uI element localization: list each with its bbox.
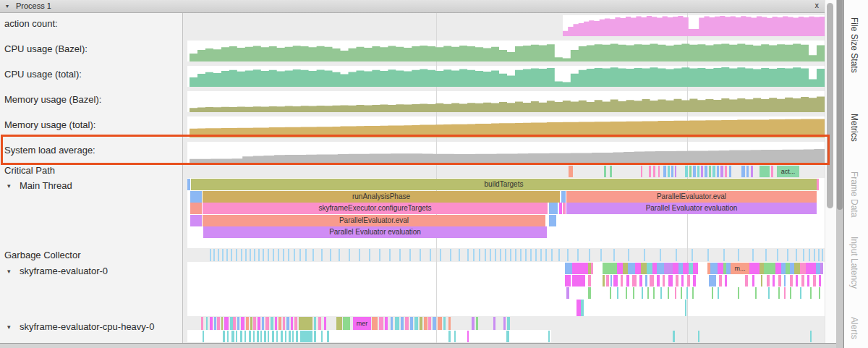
skyframe-evaluator-cpu-heavy-0-slice[interactable]: [321, 331, 323, 342]
skyframe-evaluator-cpu-heavy-0-slice[interactable]: [405, 317, 409, 330]
gc-tick[interactable]: [213, 249, 215, 261]
skyframe-evaluator-0-slice[interactable]: [581, 300, 584, 316]
skyframe-evaluator-0-slice[interactable]: [745, 275, 748, 287]
gc-tick[interactable]: [479, 249, 480, 261]
gc-tick[interactable]: [644, 249, 645, 261]
main-thread-slice[interactable]: [190, 191, 202, 203]
gc-tick[interactable]: [558, 249, 560, 261]
skyframe-evaluator-cpu-heavy-0-slice[interactable]: [217, 317, 220, 330]
skyframe-evaluator-cpu-heavy-0-slice[interactable]: [420, 317, 422, 330]
skyframe-evaluator-0-slice[interactable]: [725, 275, 727, 287]
critical-path-slice[interactable]: [671, 166, 673, 177]
skyframe-evaluator-0-slice[interactable]: [650, 275, 654, 287]
gc-tick[interactable]: [467, 249, 469, 261]
gc-tick[interactable]: [288, 249, 289, 261]
critical-path-slice[interactable]: [741, 166, 745, 177]
skyframe-evaluator-0-slice[interactable]: [657, 263, 664, 274]
skyframe-evaluator-0-slice[interactable]: [778, 275, 781, 287]
critical-path-slice[interactable]: [751, 166, 753, 177]
gc-tick[interactable]: [530, 249, 532, 261]
skyframe-evaluator-cpu-heavy-0-slice[interactable]: [210, 317, 213, 330]
critical-path-slice[interactable]: [725, 166, 727, 177]
gc-tick[interactable]: [613, 249, 615, 261]
skyframe-evaluator-cpu-heavy-0-slice[interactable]: [506, 331, 509, 342]
skyframe-evaluator-cpu-heavy-0-slice[interactable]: [275, 317, 277, 330]
skyframe-evaluator-cpu-heavy-0-slice[interactable]: [428, 317, 431, 330]
gc-tick[interactable]: [535, 249, 537, 261]
skyframe-evaluator-cpu-heavy-0-slice[interactable]: [314, 317, 316, 330]
skyframe-evaluator-cpu-heavy-0-slice[interactable]: [246, 317, 249, 330]
gc-tick[interactable]: [692, 249, 693, 261]
outer-vertical-scrollbar-thumb[interactable]: [837, 0, 843, 210]
inner-vertical-scrollbar-thumb[interactable]: [827, 3, 833, 208]
skyframe-evaluator-0-slice[interactable]: [610, 287, 611, 299]
gc-tick[interactable]: [420, 249, 421, 261]
gc-tick[interactable]: [263, 249, 264, 261]
collapse-triangle-icon[interactable]: ▾: [6, 3, 9, 9]
gc-tick[interactable]: [258, 249, 260, 261]
critical-path-slice[interactable]: [705, 166, 707, 177]
skyframe-evaluator-cpu-heavy-0-slice[interactable]: [221, 317, 223, 330]
skyframe-evaluator-0-slice[interactable]: [613, 275, 618, 287]
skyframe-evaluator-cpu-heavy-0-slice[interactable]: [507, 317, 510, 330]
gc-tick[interactable]: [777, 249, 778, 261]
skyframe-evaluator-0-slice[interactable]: [709, 275, 716, 287]
gc-tick[interactable]: [589, 249, 590, 261]
gc-tick[interactable]: [359, 249, 360, 261]
skyframe-evaluator-cpu-heavy-0-slice[interactable]: [206, 317, 208, 330]
gc-tick[interactable]: [752, 249, 754, 261]
skyframe-evaluator-0-slice[interactable]: [617, 287, 618, 299]
gc-tick[interactable]: [218, 249, 219, 261]
gc-tick[interactable]: [818, 249, 820, 261]
skyframe-evaluator-cpu-heavy-0-slice[interactable]: [257, 331, 259, 342]
skyframe-evaluator-cpu-heavy-0-slice[interactable]: [224, 317, 229, 330]
slice-mer[interactable]: mer: [353, 317, 371, 330]
critical-path-slice[interactable]: [771, 166, 773, 177]
gc-tick[interactable]: [809, 249, 810, 261]
skyframe-evaluator-cpu-heavy-0-slice[interactable]: [493, 317, 495, 330]
critical-path-slice[interactable]: [712, 166, 715, 177]
skyframe-evaluator-0-slice[interactable]: [755, 287, 757, 299]
main-thread-slice[interactable]: [549, 203, 558, 214]
main-thread-slice[interactable]: [187, 179, 190, 190]
skyframe-evaluator-cpu-heavy-0-slice[interactable]: [214, 317, 216, 330]
skyframe-evaluator-0-slice[interactable]: [623, 263, 628, 274]
slice-buildtargets[interactable]: buildTargets: [191, 179, 817, 190]
skyframe-evaluator-0-slice[interactable]: [686, 287, 688, 299]
skyframe-evaluator-cpu-heavy-0-slice[interactable]: [281, 331, 283, 342]
critical-path-slice[interactable]: [709, 166, 711, 177]
skyframe-evaluator-cpu-heavy-0-slice[interactable]: [278, 317, 281, 330]
skyframe-evaluator-cpu-heavy-0-slice[interactable]: [253, 317, 256, 330]
skyframe-evaluator-0-slice[interactable]: [657, 275, 660, 287]
critical-path-slice[interactable]: [701, 166, 703, 177]
counter-chart-memory-usage-total-[interactable]: [190, 116, 825, 137]
skyframe-evaluator-0-slice[interactable]: [565, 263, 572, 274]
skyframe-evaluator-cpu-heavy-0-slice[interactable]: [414, 317, 418, 330]
skyframe-evaluator-0-slice[interactable]: [775, 263, 781, 274]
skyframe-evaluator-cpu-heavy-0-slice[interactable]: [233, 317, 236, 330]
gc-tick[interactable]: [312, 249, 314, 261]
skyframe-evaluator-0-slice[interactable]: [773, 275, 775, 287]
gc-tick[interactable]: [245, 249, 247, 261]
skyframe-evaluator-cpu-heavy-0-slice[interactable]: [285, 331, 286, 342]
skyframe-evaluator-0-slice[interactable]: [664, 263, 673, 274]
skyframe-evaluator-cpu-heavy-0-slice[interactable]: [249, 331, 251, 342]
slice-act[interactable]: act...: [777, 166, 799, 177]
critical-path-slice[interactable]: [641, 166, 642, 177]
critical-path-slice[interactable]: [689, 166, 692, 177]
skyframe-evaluator-0-slice[interactable]: [626, 287, 627, 299]
gc-tick[interactable]: [520, 249, 522, 261]
skyframe-evaluator-0-slice[interactable]: [819, 275, 821, 287]
gc-tick[interactable]: [495, 249, 496, 261]
skyframe-evaluator-0-slice[interactable]: [718, 287, 719, 299]
gc-tick[interactable]: [241, 249, 242, 261]
skyframe-evaluator-cpu-heavy-0-slice[interactable]: [424, 317, 427, 330]
gc-tick[interactable]: [723, 249, 725, 261]
skyframe-evaluator-cpu-heavy-0-slice[interactable]: [410, 317, 413, 330]
skyframe-evaluator-0-slice[interactable]: [749, 263, 760, 274]
skyframe-evaluator-cpu-heavy-0-slice[interactable]: [438, 317, 442, 330]
skyframe-evaluator-cpu-heavy-0-slice[interactable]: [291, 317, 293, 330]
critical-path-slice[interactable]: [746, 166, 749, 177]
gc-tick[interactable]: [268, 249, 269, 261]
skyframe-evaluator-0-slice[interactable]: [681, 287, 682, 299]
